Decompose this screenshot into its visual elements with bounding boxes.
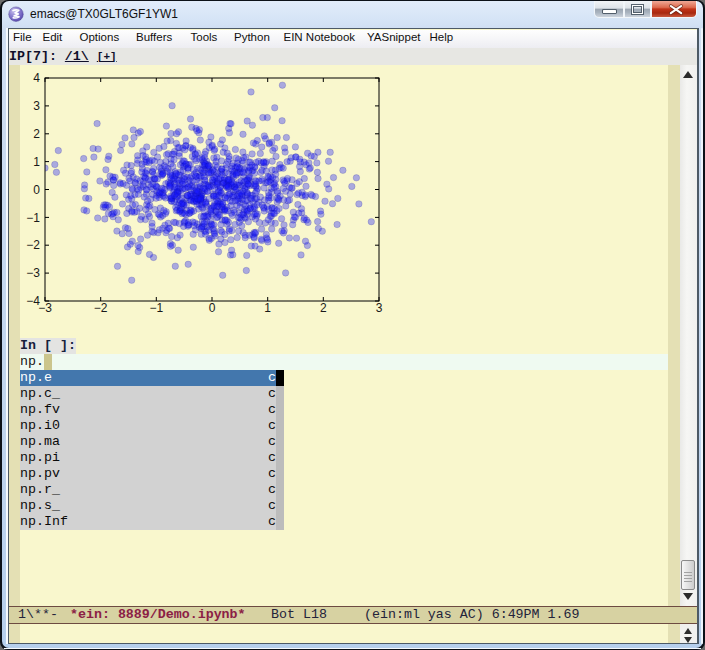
svg-text:−3: −3: [26, 266, 40, 280]
svg-text:−1: −1: [149, 301, 163, 315]
svg-text:−2: −2: [94, 301, 108, 315]
svg-text:1: 1: [33, 155, 40, 169]
svg-text:1: 1: [264, 301, 271, 315]
svg-text:0: 0: [33, 183, 40, 197]
svg-text:−4: −4: [26, 294, 40, 308]
svg-text:4: 4: [33, 71, 40, 85]
svg-text:3: 3: [376, 301, 383, 315]
svg-text:0: 0: [209, 301, 216, 315]
svg-text:2: 2: [320, 301, 327, 315]
svg-text:−1: −1: [26, 211, 40, 225]
svg-text:2: 2: [33, 127, 40, 141]
svg-text:3: 3: [33, 99, 40, 113]
svg-text:−3: −3: [38, 301, 52, 315]
svg-text:−2: −2: [26, 238, 40, 252]
